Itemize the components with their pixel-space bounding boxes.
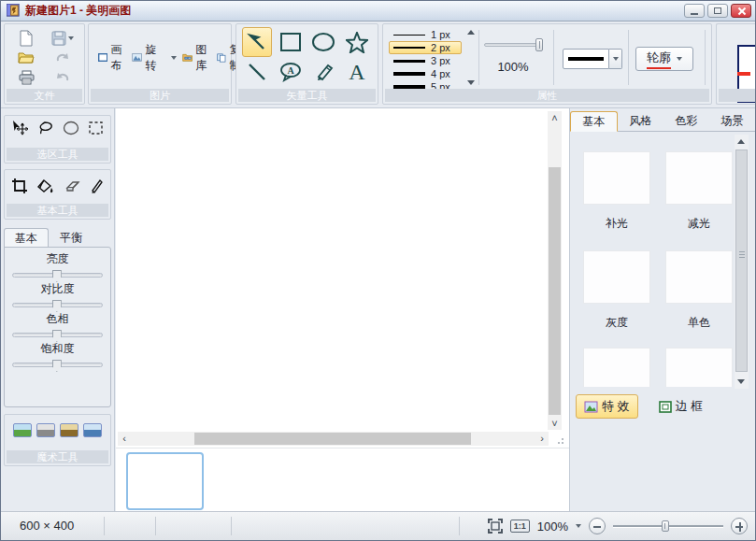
- vertical-scroll-thumb[interactable]: [549, 167, 561, 415]
- page-thumbnail[interactable]: [126, 452, 204, 510]
- scroll-right-icon[interactable]: ›: [540, 434, 544, 444]
- tab-adjust-basic[interactable]: 基本: [4, 228, 49, 248]
- magic-effect-green-icon[interactable]: [13, 423, 32, 437]
- scroll-up-icon[interactable]: ˄: [551, 113, 557, 123]
- open-button[interactable]: [8, 48, 45, 67]
- effect-extra-thumb-2[interactable]: [665, 348, 733, 387]
- star-tool[interactable]: [342, 27, 372, 57]
- line-width-scroll-up-icon[interactable]: [467, 30, 475, 35]
- tab-effects-scene[interactable]: 场景: [709, 111, 755, 131]
- effects-scrollbar[interactable]: [735, 135, 749, 389]
- saturation-slider-thumb[interactable]: [52, 360, 62, 372]
- maximize-button[interactable]: [707, 4, 728, 18]
- effect-fill-light-thumb[interactable]: [583, 151, 650, 205]
- effects-scroll-down-icon[interactable]: [737, 379, 745, 384]
- magic-effect-sepia-icon[interactable]: [60, 423, 78, 437]
- effects-scroll-thumb[interactable]: [735, 149, 748, 372]
- effect-extra-thumb-1[interactable]: [583, 348, 650, 387]
- print-button[interactable]: [8, 67, 45, 87]
- scroll-down-icon[interactable]: ˅: [551, 419, 557, 429]
- group-color-cut: [716, 23, 756, 105]
- group-vector-tools: A A 矢量工具: [235, 23, 378, 105]
- effects-buttons: 特 效 边 框: [576, 394, 710, 419]
- contrast-slider[interactable]: [12, 303, 103, 307]
- line-width-scroll-down-icon[interactable]: [467, 80, 475, 85]
- magic-effect-blue-icon[interactable]: [83, 423, 102, 437]
- opacity-slider-thumb[interactable]: [535, 38, 543, 51]
- fit-to-window-icon[interactable]: [488, 519, 503, 534]
- line-width-option-4[interactable]: 4 px: [389, 67, 462, 80]
- ellipse-tool[interactable]: [308, 27, 338, 57]
- effect-grayscale-thumb[interactable]: [583, 250, 650, 304]
- lasso-tool-icon[interactable]: [36, 121, 53, 135]
- adjust-panel: 基本 平衡 亮度 对比度 色相 饱和度: [4, 228, 111, 407]
- hue-slider[interactable]: [12, 333, 103, 337]
- tab-effects-color[interactable]: 色彩: [663, 111, 709, 131]
- zoom-out-button[interactable]: [589, 518, 606, 534]
- rect-select-tool-icon[interactable]: [88, 121, 104, 135]
- zoom-dropdown-caret[interactable]: [576, 524, 581, 528]
- horizontal-scrollbar[interactable]: ‹ ›: [118, 432, 549, 446]
- rotate-button[interactable]: 旋转: [126, 28, 177, 87]
- eraser-tool-icon[interactable]: [63, 179, 80, 192]
- zoom-slider-thumb[interactable]: [662, 520, 669, 532]
- line-style-sample: [568, 57, 604, 61]
- canvas-area[interactable]: ˄ ˅ ‹ ›: [116, 108, 569, 511]
- gallery-button[interactable]: 图库: [177, 28, 211, 87]
- pen-tool-icon[interactable]: [89, 178, 104, 194]
- tab-adjust-balance[interactable]: 平衡: [49, 228, 93, 248]
- pencil-tool[interactable]: [308, 57, 338, 87]
- vertical-scrollbar[interactable]: ˄ ˅: [548, 111, 562, 430]
- effect-dim-light-thumb[interactable]: [665, 151, 733, 205]
- canvas-button[interactable]: 画布: [93, 28, 126, 87]
- special-effects-button[interactable]: 特 效: [576, 394, 638, 419]
- effects-scroll-up-icon[interactable]: [737, 139, 745, 144]
- rectangle-icon: [279, 32, 302, 52]
- outline-dropdown-caret[interactable]: [677, 57, 682, 61]
- outline-button[interactable]: 轮廓: [635, 47, 693, 71]
- fill-tool-icon[interactable]: [36, 178, 54, 194]
- line-width-option-3[interactable]: 3 px: [389, 54, 462, 67]
- magic-effect-gray-icon[interactable]: [36, 423, 55, 437]
- close-button[interactable]: [731, 4, 751, 18]
- border-button[interactable]: 边 框: [651, 395, 711, 418]
- saturation-slider[interactable]: [12, 363, 103, 367]
- line-width-option-1[interactable]: 1 px: [389, 28, 462, 41]
- scroll-left-icon[interactable]: ‹: [122, 434, 126, 444]
- new-file-button[interactable]: [8, 28, 45, 48]
- line-style-dropdown[interactable]: [609, 49, 622, 69]
- line-icon: [247, 62, 267, 82]
- line-tool[interactable]: [242, 57, 272, 87]
- one-to-one-button[interactable]: 1:1: [510, 520, 530, 533]
- crop-tool-icon[interactable]: [11, 178, 28, 194]
- text-tool[interactable]: A: [342, 57, 372, 87]
- save-dropdown-caret[interactable]: [68, 36, 74, 40]
- effect-monochrome-thumb[interactable]: [665, 250, 733, 304]
- minimize-button[interactable]: [684, 4, 705, 18]
- opacity-slider[interactable]: [484, 43, 542, 47]
- rectangle-tool[interactable]: [276, 27, 306, 57]
- tab-effects-basic[interactable]: 基本: [570, 111, 618, 132]
- effect-grayscale-label: 灰度: [583, 315, 650, 331]
- undo-icon: [55, 71, 70, 84]
- line-style-preview[interactable]: [563, 49, 609, 69]
- save-button[interactable]: [45, 28, 81, 48]
- horizontal-scroll-thumb[interactable]: [194, 433, 471, 445]
- title-bar: 新建图片1 - 美明画图: [1, 1, 755, 21]
- line-width-option-2-selected[interactable]: 2 px: [389, 41, 462, 54]
- rotate-icon: [132, 51, 142, 64]
- redo-button[interactable]: [45, 48, 81, 67]
- group-properties: 1 px 2 px 3 px 4 px 5 px 100% 轮廓: [382, 23, 712, 105]
- move-tool-icon[interactable]: [11, 120, 28, 135]
- zoom-slider[interactable]: [613, 518, 723, 534]
- tab-effects-style[interactable]: 风格: [618, 111, 663, 131]
- ellipse-select-tool-icon[interactable]: [63, 121, 79, 135]
- undo-button[interactable]: [45, 67, 81, 87]
- select-arrow-icon: [247, 32, 267, 52]
- zoom-in-button[interactable]: [731, 518, 748, 534]
- resize-grip-icon[interactable]: [554, 434, 563, 444]
- brightness-slider[interactable]: [12, 273, 103, 278]
- callout-tool[interactable]: A: [276, 57, 306, 87]
- select-arrow-tool[interactable]: [242, 27, 272, 57]
- redo-icon: [55, 51, 70, 64]
